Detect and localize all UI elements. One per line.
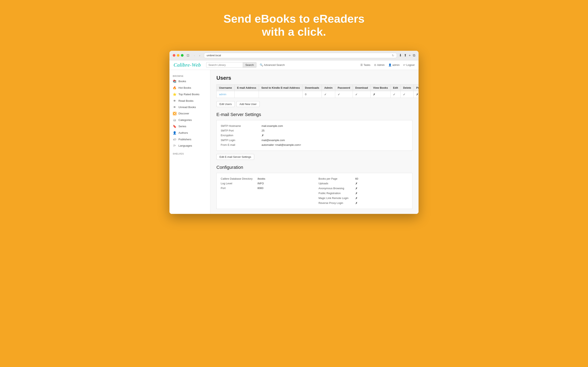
sidebar-item-label: Discover [178,112,189,115]
sidebar-item-books[interactable]: 📚 Books [169,78,210,85]
maximize-button[interactable] [181,54,183,57]
new-tab-icon[interactable]: + [409,53,411,58]
kindle-email-cell [259,91,303,98]
email-section-title: E-mail Server Settings [216,112,412,117]
sidebar-item-read[interactable]: 👁 Read Books [169,98,210,104]
search-icon: 🔍 [260,63,263,67]
logout-link[interactable]: ↩ Logout [403,63,415,67]
search-bar: Search [206,62,256,68]
sidebar-item-label: Languages [178,144,192,147]
user-actions: Edit Users Add New User [216,101,412,107]
col-delete: Delete [401,84,414,91]
hero-section: Send eBooks to eReaders with a click. [219,8,369,43]
hero-line1: Send eBooks to eReaders [224,12,365,25]
sidebar-item-label: Authors [178,131,188,134]
sidebar-item-discover[interactable]: 🔀 Discover [169,110,210,117]
email-actions: Edit E-mail Server Settings [216,154,412,160]
browser-window: ⊡ ‹ › umbrel.local ↻ ⬇ ⬆ + ⧉ Calibre-Web… [169,51,419,214]
config-anon-browsing: Anonymous Browsing ✗ [319,186,408,191]
sidebar-item-publishers[interactable]: 🏷 Publishers [169,136,210,142]
admin-icon: ⊙ [374,63,376,67]
main-layout: BROWSE 📚 Books 🔥 Hot Books ⭐ Top Rated B… [169,70,419,214]
top-nav: Calibre-Web Search 🔍 Advanced Search ☰ T… [169,60,419,70]
email-settings: SMTP Hostname mail.example.com SMTP Port… [216,120,412,151]
edit-email-server-button[interactable]: Edit E-mail Server Settings [216,154,254,160]
edit-cell: ✓ [390,91,401,98]
config-right: Books per Page 60 Uploads ✗ Anonymous Br… [319,176,408,206]
sidebar-item-unread[interactable]: 👁 Unread Books [169,104,210,110]
col-public-shelf: Public Shelf [414,84,419,91]
setting-smtp-port: SMTP Port 25 [221,128,408,133]
edit-users-button[interactable]: Edit Users [216,101,235,107]
config-books-per-page: Books per Page 60 [319,176,408,181]
browser-nav: ‹ › [192,53,202,58]
tasks-icon: ☰ [360,63,363,67]
sidebar-item-top-rated[interactable]: ⭐ Top Rated Books [169,91,210,98]
sidebar-toggle-icon[interactable]: ⊡ [186,53,190,58]
browser-actions: ⬇ ⬆ + ⧉ [399,53,415,58]
search-input[interactable] [206,62,243,68]
config-magic-link: Magic Link Remote Login ✗ [319,196,408,201]
config-log-level: Log Level INFO [221,181,310,186]
email-cell [234,91,259,98]
url-text: umbrel.local [207,54,221,57]
eye-icon: 👁 [173,99,176,103]
browser-chrome: ⊡ ‹ › umbrel.local ↻ ⬇ ⬆ + ⧉ [169,51,419,60]
forward-button[interactable]: › [198,53,202,58]
back-button[interactable]: ‹ [192,53,197,58]
tab-overview-icon[interactable]: ⧉ [413,53,415,58]
username-link[interactable]: admin [219,93,226,96]
share-icon[interactable]: ⬆ [404,53,407,58]
col-downloads: Downloads [302,84,321,91]
advanced-search-link[interactable]: 🔍 Advanced Search [260,63,285,67]
table-row: admin 0 ✓ ✓ ✓ ✗ ✓ ✓ ✗ [217,91,419,98]
config-grid: Calibre Database Directory /books Log Le… [216,173,412,209]
col-edit: Edit [390,84,401,91]
col-view-books: View Books [371,84,390,91]
setting-smtp-login: SMTP Login mail@example.com [221,138,408,142]
col-admin: Admin [322,84,335,91]
series-icon: 🔖 [173,125,176,128]
download-icon[interactable]: ⬇ [399,53,402,58]
app-container: Calibre-Web Search 🔍 Advanced Search ☰ T… [169,60,419,214]
close-button[interactable] [173,54,175,57]
sidebar-item-series[interactable]: 🔖 Series [169,123,210,130]
reload-icon[interactable]: ↻ [392,54,394,57]
sidebar-item-categories[interactable]: 🗂 Categories [169,117,210,123]
sidebar-item-authors[interactable]: 👤 Authors [169,130,210,136]
sidebar-item-label: Unread Books [178,106,196,109]
password-cell: ✓ [335,91,353,98]
tasks-link[interactable]: ☰ Tasks [360,63,370,67]
setting-from-email: From E-mail automailer <mail@example.com… [221,142,408,147]
user-icon: 👤 [388,63,392,67]
brand-logo[interactable]: Calibre-Web [173,62,201,68]
public-shelf-cell: ✗ [414,91,419,98]
user-link[interactable]: 👤 admin [388,63,399,67]
search-button[interactable]: Search [243,62,256,68]
sidebar-item-hot-books[interactable]: 🔥 Hot Books [169,85,210,91]
config-section-title: Configuration [216,165,412,170]
address-bar[interactable]: umbrel.local ↻ [204,53,397,58]
delete-cell: ✓ [401,91,414,98]
browse-label: BROWSE [169,73,210,78]
traffic-lights [173,54,183,57]
languages-icon: 🏳 [173,144,176,147]
hot-icon: 🔥 [173,86,176,90]
add-new-user-button[interactable]: Add New User [236,101,260,107]
config-port: Port 8083 [221,186,310,191]
config-left: Calibre Database Directory /books Log Le… [221,176,310,206]
sidebar-item-label: Hot Books [178,86,191,89]
minimize-button[interactable] [177,54,180,57]
col-password: Password [335,84,353,91]
setting-smtp-hostname: SMTP Hostname mail.example.com [221,124,408,128]
star-icon: ⭐ [173,92,176,96]
publishers-icon: 🏷 [173,138,176,141]
config-uploads: Uploads ✗ [319,181,408,186]
content-area: Users Username E-mail Address Send to Ki… [210,70,419,214]
sidebar-item-languages[interactable]: 🏳 Languages [169,142,210,149]
nav-right: ☰ Tasks ⊙ Admin 👤 admin ↩ Logout [360,63,415,67]
downloads-cell: 0 [302,91,321,98]
logout-icon: ↩ [403,63,406,67]
config-public-reg: Public Registration ✗ [319,191,408,196]
admin-link[interactable]: ⊙ Admin [374,63,385,67]
